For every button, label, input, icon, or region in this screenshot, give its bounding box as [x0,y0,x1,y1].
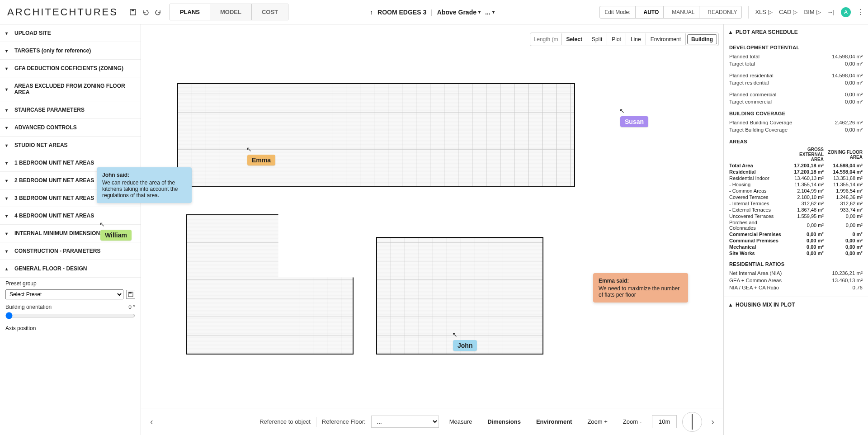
up-arrow-icon[interactable]: ↑ [370,9,373,16]
kv-row: Planned Building Coverage2.462,26 m² [729,119,863,126]
accordion-label: UPLOAD SITE [14,30,51,36]
kebab-menu-icon[interactable]: ⋮ [857,8,864,16]
bb-zoom-out[interactable]: Zoom - [618,415,646,428]
area-gea: 0,00 m² [788,238,824,243]
kv-key: GEA + Common Areas [729,278,782,283]
tab-model[interactable]: MODEL [210,4,252,20]
undo-icon[interactable] [142,8,150,16]
chevron-icon: ▾ [5,87,10,92]
comment-john[interactable]: John said: We can reduce the area of the… [97,167,192,203]
area-zfa: 0,00 m² [826,238,863,243]
user-tag-john: John [453,340,477,351]
building-orientation-label: Building orientation [5,304,52,310]
tool-split[interactable]: Split [587,33,607,45]
cursor-susan: ↖ Susan [620,108,648,127]
collapse-icon[interactable]: →| [827,9,835,15]
bb-zoom-in[interactable]: Zoom + [582,415,612,428]
edit-mode-manual[interactable]: MANUAL [667,6,699,18]
accordion-item[interactable]: ▾UPLOAD SITE [0,24,141,42]
svg-rect-1 [132,9,134,11]
area-name: Porches and Colonnades [729,220,785,231]
room-edges-dropdown[interactable]: ROOM EDGES 3 [377,9,426,16]
kv-value: 2.462,26 m² [835,120,863,125]
ref-floor-select[interactable]: ... [371,416,439,428]
area-name: Site Works [729,251,785,256]
tab-cost[interactable]: COST [252,4,288,20]
accordion-item[interactable]: ▾AREAS EXCLUDED FROM ZONING FLOOR AREA [0,77,141,101]
cursor-arrow-icon: ↖ [246,146,252,153]
kv-key: Planned total [729,54,760,59]
tab-plans[interactable]: PLANS [170,4,210,20]
chevron-icon: ▾ [5,161,11,165]
comment-text: We need to maximize the number of flats … [599,285,679,298]
accordion-item[interactable]: ▾ADVANCED CONTROLS [0,119,141,137]
preset-select[interactable]: Select Preset [5,289,123,299]
bb-measure[interactable]: Measure [444,415,477,428]
kv-key: Target commercial [729,99,772,104]
kv-key: Target residential [729,80,769,85]
accordion-label: CONSTRUCTION - PARAMETERS [14,248,100,254]
canvas[interactable]: Select Split Plot Line Environment Build… [141,24,723,435]
area-zfa: 11.355,14 m² [826,182,863,187]
export-bim[interactable]: BIM ▷ [804,9,821,15]
accordion-label: STAIRCASE PARAMETERS [14,107,85,113]
edit-mode-readonly[interactable]: READONLY [703,6,741,18]
chevron-icon: ▾ [5,231,11,236]
area-name: - Housing [729,182,785,187]
col-header-gea: GROSS EXTERNAL AREA [788,147,824,162]
accordion-item[interactable]: ▾TARGETS (only for reference) [0,42,141,60]
play-icon: ▷ [816,9,821,15]
rp-header-plot-area[interactable]: ▴ PLOT AREA SCHEDULE [724,24,868,40]
area-gea: 0,00 m² [788,251,824,256]
right-panel[interactable]: ▴ PLOT AREA SCHEDULE DEVELOPMENT POTENTI… [723,24,868,435]
area-gea: 312,62 m² [788,201,824,206]
center-controls: ↑ ROOM EDGES 3 | Above Grade ▾ ... ▾ [370,9,495,16]
comment-emma[interactable]: Emma said: We need to maximize the numbe… [593,273,688,303]
export-xls[interactable]: XLS ▷ [755,9,773,15]
bb-environment[interactable]: Environment [531,415,577,428]
grade-dropdown[interactable]: Above Grade ▾ [437,9,481,16]
nav-left-icon[interactable]: ‹ [146,415,157,429]
topbar: ARCHITECHTURES PLANS MODEL COST ↑ ROOM E… [0,0,868,24]
save-icon[interactable] [129,8,137,16]
accordion-item[interactable]: ▾STAIRCASE PARAMETERS [0,101,141,119]
area-gea: 11.355,14 m² [788,182,824,187]
accordion-item[interactable]: ▴GENERAL FLOOR - DESIGN [0,260,141,278]
building-orientation-value: 0 ° [128,304,135,310]
comment-text: We can reduce the area of the kitchens t… [102,180,178,199]
tool-building[interactable]: Building [687,34,717,44]
tool-line[interactable]: Line [626,33,646,45]
tool-select[interactable]: Select [562,33,587,45]
edit-mode-auto[interactable]: AUTO [639,6,664,18]
tool-plot[interactable]: Plot [607,33,626,45]
floorplan-block[interactable] [186,214,354,355]
accordion-item[interactable]: ▾STUDIO NET AREAS [0,137,141,154]
chevron-icon: ▾ [5,48,11,53]
accordion-item[interactable]: ▾GFA DEDUCTION COEFICIENTS (ZONING) [0,60,141,77]
area-gea: 17.200,18 m² [788,163,824,168]
rp-housing-mix[interactable]: ▴ HOUSING MIX IN PLOT [724,297,868,312]
compass-icon[interactable] [682,412,702,432]
kv-value: 0,00 m² [845,99,863,104]
chevron-icon: ▾ [5,108,11,113]
export-cad[interactable]: CAD ▷ [779,9,797,15]
building-orientation-slider[interactable] [5,312,135,319]
area-name: Mechanical [729,244,785,250]
logo: ARCHITECHTURES [4,6,122,18]
avatar[interactable]: A [841,7,851,17]
preset-group-label: Preset group [5,280,135,287]
grade-value-dropdown[interactable]: ... ▾ [485,9,495,16]
save-preset-icon[interactable] [126,290,135,299]
top-history-icons [126,8,165,16]
kv-row: Planned total14.598,04 m² [729,53,863,60]
divider [748,6,749,19]
tool-environment[interactable]: Environment [646,33,686,45]
section-title: AREAS [729,139,863,144]
length-input[interactable] [530,33,562,45]
accordion-item[interactable]: ▾CONSTRUCTION - PARAMETERS [0,242,141,260]
floorplan-block[interactable] [177,83,575,187]
redo-icon[interactable] [154,8,162,16]
nav-right-icon[interactable]: › [708,415,718,429]
bb-dimensions[interactable]: Dimensions [482,415,526,428]
cursor-emma: ↖ Emma [247,147,275,165]
